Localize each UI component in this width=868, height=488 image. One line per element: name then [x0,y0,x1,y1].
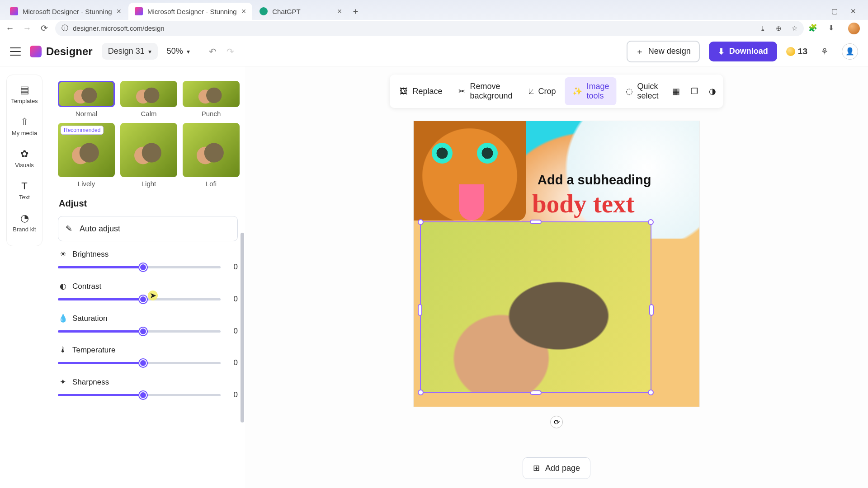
address-bar[interactable]: ⓘ designer.microsoft.com/design ⤓ ⊕ ☆ [55,21,804,36]
sidebar-item-text[interactable]: TText [7,176,42,205]
close-icon[interactable]: × [241,7,246,16]
sidebar-item-visuals[interactable]: ✿Visuals [7,144,42,173]
zoom-lens-icon[interactable]: ⊕ [776,24,782,33]
ctx-crop[interactable]: ⟀Crop [522,77,563,105]
auto-adjust-button[interactable]: ✎ Auto adjust [58,216,238,241]
adjust-panel: Normal Calm Punch RecommendedLively Ligh… [51,75,245,488]
browser-tab[interactable]: Microsoft Designer - Stunning × [4,3,127,20]
browser-tab[interactable]: Microsoft Designer - Stunning × [128,3,252,20]
contrast-slider[interactable]: 0 [58,293,238,305]
ctx-replace[interactable]: 🖼Replace [392,77,449,105]
slider-value: 0 [225,295,238,304]
ctx-opacity[interactable]: ◑ [704,77,721,105]
preset-calm[interactable]: Calm [120,81,177,117]
browser-chrome: Microsoft Designer - Stunning × Microsof… [0,0,868,37]
zoom-dropdown[interactable]: 50% ▾ [167,47,190,56]
reload-icon[interactable]: ⟳ [38,22,51,35]
window-controls: — ▢ ✕ [812,7,864,15]
sidebar-item-mymedia[interactable]: ⇧My media [7,112,42,141]
ctx-quick-select[interactable]: ◌Quick select [618,77,666,105]
rotate-handle[interactable]: ⟳ [550,416,563,428]
brightness-slider[interactable]: 0 [58,261,238,273]
add-page-label: Add page [545,464,580,473]
sharpness-slider[interactable]: 0 [58,389,238,401]
downloads-icon[interactable]: ⬇ [828,23,838,33]
preset-lofi[interactable]: Lofi [183,123,240,188]
ctx-image-tools[interactable]: ✨Image tools [565,77,617,105]
slider-label: Sharpness [72,378,109,387]
selected-image[interactable] [420,221,651,393]
slider-thumb[interactable] [139,328,147,335]
preset-normal[interactable]: Normal [58,81,115,117]
minimize-icon[interactable]: — [812,7,819,15]
resize-handle[interactable] [530,220,542,224]
close-window-icon[interactable]: ✕ [850,7,856,15]
preset-lively[interactable]: RecommendedLively [58,123,115,188]
canvas-area[interactable]: 🖼Replace ✂Remove background ⟀Crop ✨Image… [245,66,868,488]
sidebar-item-templates[interactable]: ▤Templates [7,80,42,109]
profile-avatar[interactable] [848,23,860,34]
remove-bg-icon: ✂ [458,86,465,96]
slider-thumb[interactable] [139,391,147,399]
panel-scrollbar[interactable] [241,233,244,422]
preset-light[interactable]: Light [120,123,177,188]
share-icon[interactable]: ⚘ [816,43,833,60]
close-icon[interactable]: × [337,7,342,16]
body-text[interactable]: body text [532,189,634,218]
slider-thumb[interactable] [139,296,147,303]
saturation-slider[interactable]: 0 [58,325,238,338]
bookmark-icon[interactable]: ☆ [792,24,797,33]
redo-button[interactable]: ↷ [226,46,234,57]
user-icon[interactable]: 👤 [842,43,858,60]
undo-button[interactable]: ↶ [209,46,217,57]
download-icon: ⬇ [718,47,725,56]
resize-handle[interactable] [418,219,424,225]
design-name-dropdown[interactable]: Design 31 ▾ [102,43,158,60]
install-app-icon[interactable]: ⤓ [760,24,766,33]
cartoon-dog-image[interactable] [414,121,526,221]
slider-thumb[interactable] [139,359,147,367]
menu-button[interactable] [10,47,21,56]
sidebar-label: Templates [11,98,38,104]
new-design-button[interactable]: ＋ New design [627,41,700,62]
resize-handle[interactable] [530,390,542,395]
crop-icon: ⟀ [529,87,534,96]
credits-counter[interactable]: 13 [786,47,807,56]
contrast-icon: ◐ [58,282,68,291]
subheading-text[interactable]: Add a subheading [538,173,651,188]
site-info-icon[interactable]: ⓘ [61,24,68,33]
ctx-remove-bg[interactable]: ✂Remove background [451,77,519,105]
sidebar-label: Text [19,194,30,201]
download-button[interactable]: ⬇ Download [709,42,777,61]
slider-thumb[interactable] [139,263,147,271]
tab-title: ChatGPT [272,8,301,15]
browser-tab[interactable]: ChatGPT × [253,3,348,20]
ctx-layers[interactable]: ▦ [668,77,684,105]
design-canvas[interactable]: Add a subheading body text ⟳ [413,121,700,407]
resize-handle[interactable] [418,389,424,395]
new-tab-button[interactable]: ＋ [349,5,362,18]
slider-label: Temperature [72,346,115,355]
maximize-icon[interactable]: ▢ [831,7,838,15]
sparkle-icon: ✨ [572,86,582,96]
ctx-label: Quick select [637,82,659,101]
workspace: ▤Templates ⇧My media ✿Visuals TText ◔Bra… [0,66,868,488]
sidebar-item-brandkit[interactable]: ◔Brand kit [7,208,42,237]
slider-label: Contrast [72,282,101,291]
back-icon[interactable]: ← [4,22,16,35]
slider-value: 0 [225,327,238,336]
forward-icon[interactable]: → [21,22,33,35]
resize-handle[interactable] [648,219,654,225]
resize-handle[interactable] [648,389,654,395]
text-icon: T [21,180,27,192]
resize-handle[interactable] [649,304,654,316]
resize-handle[interactable] [418,304,422,316]
extensions-icon[interactable]: 🧩 [808,23,818,33]
add-page-button[interactable]: ⊞ Add page [523,457,590,479]
ctx-duplicate[interactable]: ❐ [686,77,703,105]
preset-punch[interactable]: Punch [183,81,240,117]
new-design-label: New design [648,47,691,56]
close-icon[interactable]: × [117,7,122,16]
logo-group[interactable]: Designer [30,45,93,58]
temperature-slider[interactable]: 0 [58,357,238,369]
